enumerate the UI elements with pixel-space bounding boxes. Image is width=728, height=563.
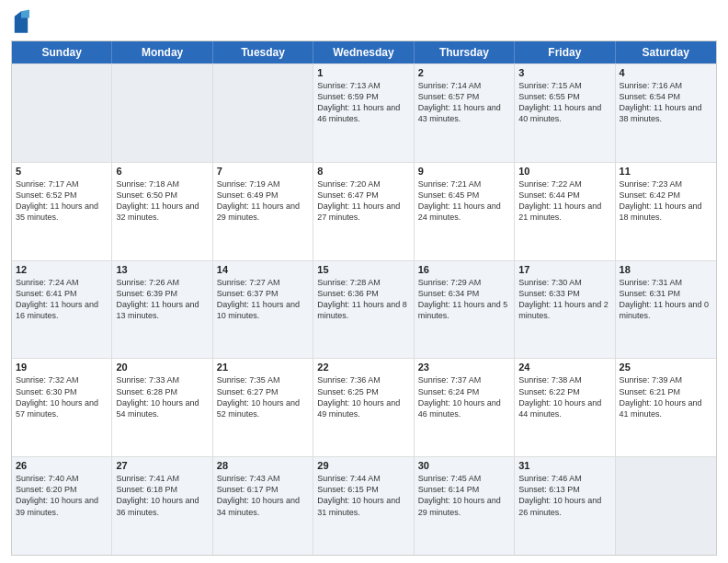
calendar-cell-1: 1Sunrise: 7:13 AM Sunset: 6:59 PM Daylig…: [313, 64, 414, 162]
calendar-body: 1Sunrise: 7:13 AM Sunset: 6:59 PM Daylig…: [12, 63, 716, 555]
day-info: Sunrise: 7:31 AM Sunset: 6:31 PM Dayligh…: [620, 277, 712, 322]
calendar-header-sunday: Sunday: [12, 41, 112, 63]
day-number: 26: [16, 460, 108, 471]
svg-marker-1: [21, 10, 29, 18]
day-info: Sunrise: 7:16 AM Sunset: 6:54 PM Dayligh…: [620, 80, 712, 125]
calendar-week-4: 19Sunrise: 7:32 AM Sunset: 6:30 PM Dayli…: [12, 358, 716, 456]
calendar-cell-27: 27Sunrise: 7:41 AM Sunset: 6:18 PM Dayli…: [112, 457, 212, 555]
day-number: 3: [518, 67, 610, 78]
calendar-cell-15: 15Sunrise: 7:28 AM Sunset: 6:36 PM Dayli…: [313, 261, 414, 359]
calendar-cell-22: 22Sunrise: 7:36 AM Sunset: 6:25 PM Dayli…: [313, 359, 414, 456]
calendar-cell-29: 29Sunrise: 7:44 AM Sunset: 6:15 PM Dayli…: [313, 457, 414, 555]
day-number: 4: [620, 67, 712, 78]
day-number: 24: [518, 362, 610, 373]
calendar: SundayMondayTuesdayWednesdayThursdayFrid…: [11, 40, 717, 556]
day-number: 23: [418, 362, 510, 373]
calendar-cell-25: 25Sunrise: 7:39 AM Sunset: 6:21 PM Dayli…: [616, 359, 716, 456]
calendar-cell-16: 16Sunrise: 7:29 AM Sunset: 6:34 PM Dayli…: [415, 261, 515, 359]
day-info: Sunrise: 7:21 AM Sunset: 6:45 PM Dayligh…: [418, 178, 510, 224]
day-number: 1: [317, 67, 409, 78]
day-number: 31: [518, 460, 610, 471]
calendar-week-3: 12Sunrise: 7:24 AM Sunset: 6:41 PM Dayli…: [12, 260, 716, 359]
day-number: 25: [620, 362, 712, 373]
day-number: 21: [217, 362, 309, 373]
calendar-cell-6: 6Sunrise: 7:18 AM Sunset: 6:50 PM Daylig…: [112, 163, 212, 260]
day-info: Sunrise: 7:40 AM Sunset: 6:20 PM Dayligh…: [16, 473, 108, 518]
calendar-cell-empty: [213, 64, 313, 162]
logo: [11, 9, 29, 35]
day-number: 2: [418, 67, 510, 78]
day-info: Sunrise: 7:26 AM Sunset: 6:39 PM Dayligh…: [116, 277, 208, 322]
day-number: 12: [16, 264, 108, 275]
day-info: Sunrise: 7:29 AM Sunset: 6:34 PM Dayligh…: [418, 277, 510, 322]
day-number: 18: [620, 264, 712, 275]
day-number: 17: [518, 264, 610, 275]
calendar-header-wednesday: Wednesday: [313, 41, 414, 63]
day-number: 15: [317, 264, 409, 275]
day-info: Sunrise: 7:46 AM Sunset: 6:13 PM Dayligh…: [518, 473, 610, 518]
day-number: 13: [116, 264, 208, 275]
day-info: Sunrise: 7:18 AM Sunset: 6:50 PM Dayligh…: [116, 178, 208, 224]
calendar-header-tuesday: Tuesday: [213, 41, 313, 63]
day-info: Sunrise: 7:22 AM Sunset: 6:44 PM Dayligh…: [518, 178, 610, 224]
day-number: 8: [317, 166, 409, 177]
day-info: Sunrise: 7:32 AM Sunset: 6:30 PM Dayligh…: [16, 374, 108, 419]
day-info: Sunrise: 7:23 AM Sunset: 6:42 PM Dayligh…: [620, 178, 712, 224]
calendar-cell-26: 26Sunrise: 7:40 AM Sunset: 6:20 PM Dayli…: [12, 457, 112, 555]
day-info: Sunrise: 7:36 AM Sunset: 6:25 PM Dayligh…: [317, 374, 409, 419]
day-number: 5: [16, 166, 108, 177]
calendar-cell-2: 2Sunrise: 7:14 AM Sunset: 6:57 PM Daylig…: [415, 64, 515, 162]
day-number: 14: [217, 264, 309, 275]
day-info: Sunrise: 7:35 AM Sunset: 6:27 PM Dayligh…: [217, 374, 309, 419]
calendar-cell-4: 4Sunrise: 7:16 AM Sunset: 6:54 PM Daylig…: [616, 64, 716, 162]
calendar-cell-14: 14Sunrise: 7:27 AM Sunset: 6:37 PM Dayli…: [213, 261, 313, 359]
calendar-cell-30: 30Sunrise: 7:45 AM Sunset: 6:14 PM Dayli…: [415, 457, 515, 555]
day-info: Sunrise: 7:14 AM Sunset: 6:57 PM Dayligh…: [418, 80, 510, 125]
day-info: Sunrise: 7:38 AM Sunset: 6:22 PM Dayligh…: [518, 374, 610, 419]
calendar-cell-19: 19Sunrise: 7:32 AM Sunset: 6:30 PM Dayli…: [12, 359, 112, 456]
day-info: Sunrise: 7:37 AM Sunset: 6:24 PM Dayligh…: [418, 374, 510, 419]
day-info: Sunrise: 7:39 AM Sunset: 6:21 PM Dayligh…: [620, 374, 712, 419]
calendar-week-5: 26Sunrise: 7:40 AM Sunset: 6:20 PM Dayli…: [12, 456, 716, 555]
day-number: 22: [317, 362, 409, 373]
calendar-cell-28: 28Sunrise: 7:43 AM Sunset: 6:17 PM Dayli…: [213, 457, 313, 555]
calendar-week-1: 1Sunrise: 7:13 AM Sunset: 6:59 PM Daylig…: [12, 63, 716, 162]
calendar-cell-21: 21Sunrise: 7:35 AM Sunset: 6:27 PM Dayli…: [213, 359, 313, 456]
day-info: Sunrise: 7:41 AM Sunset: 6:18 PM Dayligh…: [116, 473, 208, 518]
day-number: 11: [620, 166, 712, 177]
calendar-cell-24: 24Sunrise: 7:38 AM Sunset: 6:22 PM Dayli…: [515, 359, 615, 456]
calendar-week-2: 5Sunrise: 7:17 AM Sunset: 6:52 PM Daylig…: [12, 162, 716, 260]
calendar-cell-8: 8Sunrise: 7:20 AM Sunset: 6:47 PM Daylig…: [313, 163, 414, 260]
day-info: Sunrise: 7:15 AM Sunset: 6:55 PM Dayligh…: [518, 80, 610, 125]
logo-icon: [13, 9, 29, 35]
day-info: Sunrise: 7:27 AM Sunset: 6:37 PM Dayligh…: [217, 277, 309, 322]
day-info: Sunrise: 7:19 AM Sunset: 6:49 PM Dayligh…: [217, 178, 309, 224]
calendar-cell-23: 23Sunrise: 7:37 AM Sunset: 6:24 PM Dayli…: [415, 359, 515, 456]
calendar-cell-20: 20Sunrise: 7:33 AM Sunset: 6:28 PM Dayli…: [112, 359, 212, 456]
calendar-cell-5: 5Sunrise: 7:17 AM Sunset: 6:52 PM Daylig…: [12, 163, 112, 260]
calendar-cell-12: 12Sunrise: 7:24 AM Sunset: 6:41 PM Dayli…: [12, 261, 112, 359]
calendar-cell-7: 7Sunrise: 7:19 AM Sunset: 6:49 PM Daylig…: [213, 163, 313, 260]
calendar-header-thursday: Thursday: [415, 41, 515, 63]
page: SundayMondayTuesdayWednesdayThursdayFrid…: [0, 0, 728, 563]
calendar-cell-17: 17Sunrise: 7:30 AM Sunset: 6:33 PM Dayli…: [515, 261, 615, 359]
calendar-cell-31: 31Sunrise: 7:46 AM Sunset: 6:13 PM Dayli…: [515, 457, 615, 555]
day-number: 10: [518, 166, 610, 177]
calendar-header-monday: Monday: [112, 41, 212, 63]
day-number: 9: [418, 166, 510, 177]
calendar-cell-empty: [12, 64, 112, 162]
calendar-header-friday: Friday: [515, 41, 615, 63]
header: [11, 9, 717, 35]
day-number: 20: [116, 362, 208, 373]
day-number: 6: [116, 166, 208, 177]
calendar-cell-3: 3Sunrise: 7:15 AM Sunset: 6:55 PM Daylig…: [515, 64, 615, 162]
calendar-cell-empty: [616, 457, 716, 555]
day-number: 7: [217, 166, 309, 177]
day-info: Sunrise: 7:17 AM Sunset: 6:52 PM Dayligh…: [16, 178, 108, 224]
calendar-cell-9: 9Sunrise: 7:21 AM Sunset: 6:45 PM Daylig…: [415, 163, 515, 260]
day-number: 16: [418, 264, 510, 275]
calendar-cell-10: 10Sunrise: 7:22 AM Sunset: 6:44 PM Dayli…: [515, 163, 615, 260]
day-info: Sunrise: 7:44 AM Sunset: 6:15 PM Dayligh…: [317, 473, 409, 518]
day-info: Sunrise: 7:24 AM Sunset: 6:41 PM Dayligh…: [16, 277, 108, 322]
day-info: Sunrise: 7:20 AM Sunset: 6:47 PM Dayligh…: [317, 178, 409, 224]
